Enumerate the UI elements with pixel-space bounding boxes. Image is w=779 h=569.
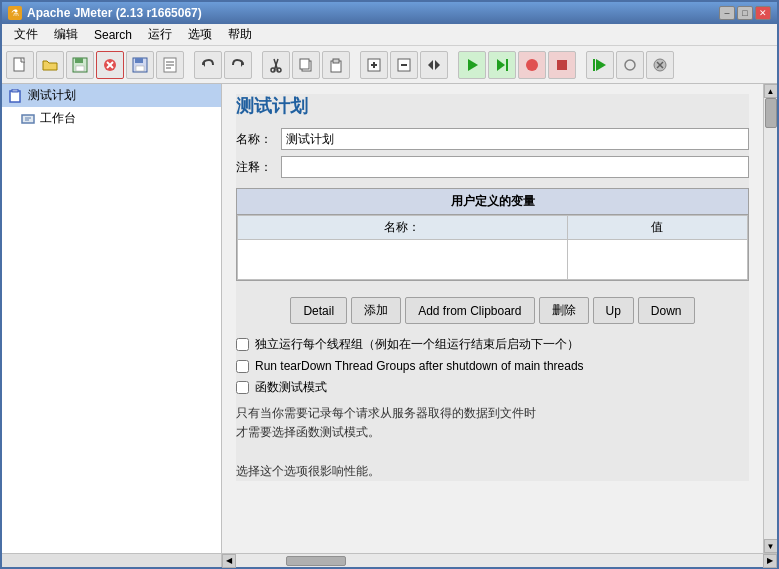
name-row: 名称： — [236, 128, 749, 150]
comment-row: 注释： — [236, 156, 749, 178]
svg-rect-9 — [136, 66, 144, 71]
copy-button[interactable] — [292, 51, 320, 79]
toggle-button[interactable] — [420, 51, 448, 79]
hscrollbar-track — [236, 555, 763, 567]
sidebar-item-test-plan[interactable]: 测试计划 — [2, 84, 221, 107]
up-button[interactable]: Up — [593, 297, 634, 324]
svg-marker-29 — [468, 59, 478, 71]
button-row: Detail 添加 Add from Clipboard 删除 Up Down — [236, 291, 749, 330]
paste-button[interactable] — [322, 51, 350, 79]
report-button[interactable] — [156, 51, 184, 79]
menu-edit[interactable]: 编辑 — [46, 24, 86, 45]
menu-file[interactable]: 文件 — [6, 24, 46, 45]
save-template-button[interactable] — [66, 51, 94, 79]
variables-section: 用户定义的变量 名称： 值 — [236, 188, 749, 281]
content-inner: 测试计划 名称： 注释： 用户定义的变量 — [222, 84, 763, 553]
svg-point-19 — [277, 68, 281, 72]
cut-button[interactable] — [262, 51, 290, 79]
remote-stop-button[interactable] — [616, 51, 644, 79]
expand-button[interactable] — [360, 51, 388, 79]
open-button[interactable] — [36, 51, 64, 79]
minimize-button[interactable]: – — [719, 6, 735, 20]
add-clipboard-button[interactable]: Add from Clipboard — [405, 297, 534, 324]
remote-start-button[interactable] — [586, 51, 614, 79]
play-no-pause-button[interactable] — [488, 51, 516, 79]
name-input[interactable] — [281, 128, 749, 150]
svg-rect-21 — [300, 59, 309, 69]
down-button[interactable]: Down — [638, 297, 695, 324]
maximize-button[interactable]: □ — [737, 6, 753, 20]
menu-help[interactable]: 帮助 — [220, 24, 260, 45]
main-window: ⚗ Apache JMeter (2.13 r1665067) – □ ✕ 文件… — [0, 0, 779, 569]
comment-input[interactable] — [281, 156, 749, 178]
svg-rect-8 — [135, 58, 143, 63]
panel: 测试计划 名称： 注释： 用户定义的变量 — [236, 94, 749, 481]
window-title: Apache JMeter (2.13 r1665067) — [27, 6, 202, 20]
svg-rect-2 — [75, 58, 83, 63]
window-controls: – □ ✕ — [719, 6, 771, 20]
svg-point-36 — [625, 60, 635, 70]
new-button[interactable] — [6, 51, 34, 79]
content-scroll-bottom: ◀ ▶ — [222, 554, 777, 567]
hscrollbar-thumb[interactable] — [286, 556, 346, 566]
scroll-up-button[interactable]: ▲ — [764, 84, 778, 98]
detail-button[interactable]: Detail — [290, 297, 347, 324]
svg-rect-33 — [557, 60, 567, 70]
menubar: 文件 编辑 Search 运行 选项 帮助 — [2, 24, 777, 46]
add-button[interactable]: 添加 — [351, 297, 401, 324]
collapse-button[interactable] — [390, 51, 418, 79]
svg-marker-34 — [596, 59, 606, 71]
scroll-down-button[interactable]: ▼ — [764, 539, 778, 553]
undo-button[interactable] — [194, 51, 222, 79]
title-bar-left: ⚗ Apache JMeter (2.13 r1665067) — [8, 6, 202, 20]
menu-run[interactable]: 运行 — [140, 24, 180, 45]
menu-search[interactable]: Search — [86, 26, 140, 44]
scrollbar-thumb[interactable] — [765, 98, 777, 128]
checkbox-functional[interactable] — [236, 381, 249, 394]
col-value-header: 值 — [567, 216, 747, 240]
title-bar: ⚗ Apache JMeter (2.13 r1665067) – □ ✕ — [2, 2, 777, 24]
svg-rect-41 — [12, 89, 18, 92]
table-cell-value — [567, 240, 747, 280]
col-name-header: 名称： — [238, 216, 568, 240]
close-button[interactable]: ✕ — [755, 6, 771, 20]
sidebar-item-workbench[interactable]: 工作台 — [2, 107, 221, 130]
play-button[interactable] — [458, 51, 486, 79]
variables-title: 用户定义的变量 — [237, 189, 748, 215]
stop-all-button[interactable] — [548, 51, 576, 79]
workbench-icon — [20, 111, 36, 127]
delete-var-button[interactable]: 删除 — [539, 297, 589, 324]
sidebar: 测试计划 工作台 — [2, 84, 222, 553]
name-label: 名称： — [236, 131, 281, 148]
toolbar — [2, 46, 777, 84]
scroll-right-button[interactable]: ▶ — [763, 554, 777, 568]
svg-point-32 — [526, 59, 538, 71]
table-cell-name — [238, 240, 568, 280]
menu-options[interactable]: 选项 — [180, 24, 220, 45]
vertical-scrollbar[interactable]: ▲ ▼ — [763, 84, 777, 553]
remote-stop-all-button[interactable] — [646, 51, 674, 79]
redo-button[interactable] — [224, 51, 252, 79]
panel-title: 测试计划 — [236, 94, 749, 118]
app-icon: ⚗ — [8, 6, 22, 20]
test-plan-icon — [8, 88, 24, 104]
scroll-left-button[interactable]: ◀ — [222, 554, 236, 568]
save-button[interactable] — [126, 51, 154, 79]
main-area: 测试计划 工作台 测试计划 名称： 注释： — [2, 84, 777, 553]
comment-label: 注释： — [236, 159, 281, 176]
workbench-label: 工作台 — [40, 110, 76, 127]
svg-rect-23 — [333, 59, 339, 63]
checkbox-2-label: Run tearDown Thread Groups after shutdow… — [255, 359, 584, 373]
info-text: 只有当你需要记录每个请求从服务器取得的数据到文件时才需要选择函数测试模式。选择这… — [236, 404, 749, 481]
delete-button[interactable] — [96, 51, 124, 79]
checkbox-independent-groups[interactable] — [236, 338, 249, 351]
svg-rect-42 — [22, 115, 34, 123]
horizontal-scrollbar-area: ◀ ▶ — [2, 553, 777, 567]
sidebar-scroll-bottom — [2, 554, 222, 567]
table-row — [238, 240, 748, 280]
checkbox-teardown[interactable] — [236, 360, 249, 373]
svg-point-18 — [271, 68, 275, 72]
svg-rect-40 — [10, 91, 20, 102]
svg-marker-30 — [497, 59, 505, 71]
stop-button[interactable] — [518, 51, 546, 79]
